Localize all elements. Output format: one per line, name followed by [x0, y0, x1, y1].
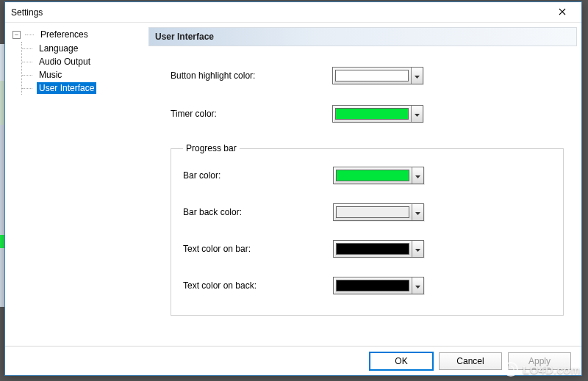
color-swatch: [336, 280, 409, 291]
label-bar-color: Bar color:: [183, 170, 333, 181]
color-picker-button-highlight[interactable]: [332, 67, 423, 84]
label-timer-color: Timer color:: [171, 109, 332, 119]
dropdown-button[interactable]: [412, 277, 423, 294]
dropdown-button[interactable]: [412, 241, 423, 257]
color-swatch: [335, 70, 409, 81]
dropdown-button[interactable]: [411, 68, 423, 84]
label-bar-back-color: Bar back color:: [183, 207, 333, 217]
row-text-on-bar: Text color on bar:: [183, 240, 551, 258]
chevron-down-icon: [415, 207, 420, 217]
label-button-highlight: Button highlight color:: [171, 70, 332, 81]
color-picker-bar-back-color[interactable]: [333, 203, 424, 221]
color-picker-text-on-back[interactable]: [333, 277, 424, 294]
group-progress-bar: Progress bar Bar color: Bar back color:: [171, 143, 564, 316]
chevron-down-icon: [415, 280, 420, 291]
tree-item-label: Audio Output: [37, 56, 93, 68]
row-text-on-back: Text color on back:: [183, 277, 551, 294]
tree-item-language[interactable]: Language: [22, 42, 146, 55]
tree-item-music[interactable]: Music: [22, 68, 146, 81]
row-bar-color: Bar color:: [183, 167, 551, 184]
tree-root-label: Preferences: [38, 29, 90, 40]
chevron-down-icon: [415, 70, 420, 81]
panel-heading-text: User Interface: [155, 32, 214, 42]
window-title: Settings: [11, 7, 43, 18]
nav-tree[interactable]: − Preferences Language Audio Output Musi…: [5, 23, 148, 346]
dropdown-button[interactable]: [412, 204, 423, 220]
color-picker-text-on-bar[interactable]: [333, 240, 424, 258]
chevron-down-icon: [415, 109, 420, 119]
chevron-down-icon: [415, 170, 420, 181]
close-icon: [559, 7, 566, 18]
dropdown-button[interactable]: [411, 106, 423, 122]
window-body: − Preferences Language Audio Output Musi…: [5, 23, 581, 346]
color-swatch: [336, 243, 409, 255]
dropdown-button[interactable]: [412, 167, 423, 184]
label-text-on-bar: Text color on bar:: [183, 244, 333, 254]
color-swatch: [336, 206, 409, 218]
close-button[interactable]: [548, 4, 577, 21]
color-swatch: [336, 170, 409, 181]
watermark: LO4D.com: [503, 362, 581, 377]
button-bar: OK Cancel Apply: [5, 346, 581, 375]
reload-icon: [503, 362, 518, 377]
tree-item-label: Language: [37, 43, 80, 54]
settings-panel: User Interface Button highlight color: T…: [148, 23, 581, 346]
tree-item-user-interface[interactable]: User Interface: [22, 81, 146, 95]
row-timer-color: Timer color:: [171, 105, 564, 123]
row-button-highlight: Button highlight color:: [171, 67, 564, 84]
tree-item-audio-output[interactable]: Audio Output: [22, 55, 146, 68]
settings-window: Settings − Preferences Language Audio Ou…: [4, 1, 582, 376]
collapse-icon[interactable]: −: [12, 31, 21, 39]
panel-content: Button highlight color: Timer color:: [148, 46, 578, 346]
row-bar-back-color: Bar back color:: [183, 203, 551, 221]
titlebar[interactable]: Settings: [5, 2, 581, 23]
label-text-on-back: Text color on back:: [183, 280, 333, 291]
tree-item-label: Music: [37, 69, 64, 81]
group-legend: Progress bar: [183, 143, 240, 153]
color-picker-bar-color[interactable]: [333, 167, 424, 184]
color-picker-timer[interactable]: [332, 105, 423, 123]
tree-root-preferences[interactable]: − Preferences: [12, 29, 146, 40]
cancel-button[interactable]: Cancel: [439, 352, 502, 370]
chevron-down-icon: [415, 244, 420, 254]
tree-children: Language Audio Output Music User Interfa…: [21, 42, 146, 95]
watermark-text: LO4D.com: [523, 363, 581, 376]
ok-button[interactable]: OK: [370, 352, 433, 370]
panel-heading: User Interface: [148, 27, 577, 46]
color-swatch: [335, 108, 409, 120]
tree-item-label: User Interface: [37, 82, 96, 94]
